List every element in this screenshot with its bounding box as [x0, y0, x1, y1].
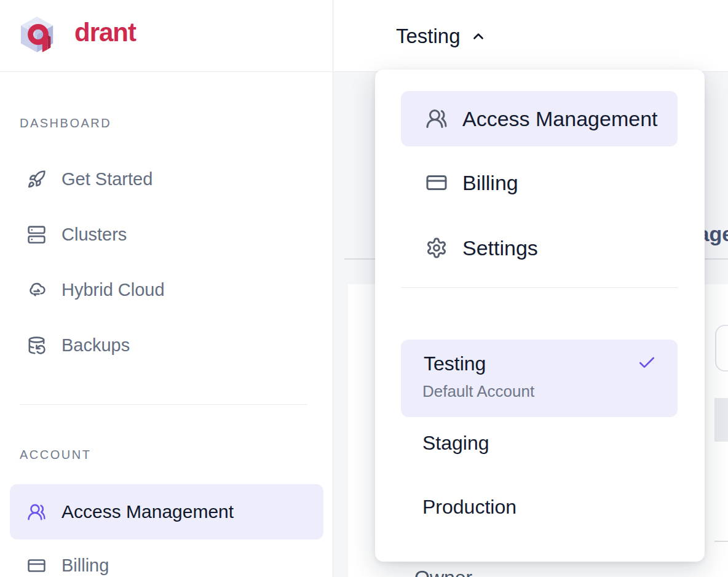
rocket-icon [27, 170, 46, 189]
users-icon [27, 503, 46, 522]
account-menu: Access Management Billing Settings My Ac… [375, 70, 705, 562]
account-switcher-label: Testing [396, 25, 461, 48]
qdrant-logo[interactable]: drant [20, 16, 136, 54]
check-icon [637, 353, 657, 373]
credit-card-icon [27, 556, 46, 575]
sidebar-item-backups[interactable]: Backups [10, 328, 323, 362]
account-option-production[interactable]: Production [401, 487, 678, 527]
users-icon [425, 108, 448, 130]
sidebar-section-dashboard-label: DASHBOARD [20, 116, 111, 130]
gear-icon [425, 237, 448, 259]
account-name: Staging [422, 432, 489, 455]
sidebar-item-label: Get Started [61, 169, 152, 189]
account-description: Default Account [422, 382, 534, 401]
sidebar-item-access-management[interactable]: Access Management [10, 484, 323, 539]
cloud-sync-icon [27, 281, 46, 300]
chevron-up-icon [470, 28, 486, 44]
menu-item-access-management[interactable]: Access Management [401, 91, 678, 146]
page-title: Access Management [705, 220, 728, 247]
sidebar-item-label: Clusters [61, 225, 127, 245]
sidebar-item-label: Hybrid Cloud [61, 280, 165, 300]
sidebar-item-hybrid-cloud[interactable]: Hybrid Cloud [10, 273, 323, 307]
sidebar-item-clusters[interactable]: Clusters [10, 217, 323, 252]
sidebar: drant DASHBOARD Get Started Clusters [0, 0, 333, 577]
sidebar-section-account-label: ACCOUNT [20, 447, 91, 462]
menu-divider [401, 287, 678, 288]
menu-item-label: Access Management [462, 107, 658, 131]
sidebar-item-label: Billing [61, 555, 109, 576]
menu-item-billing[interactable]: Billing [401, 155, 678, 210]
sidebar-divider [20, 404, 307, 405]
sidebar-item-get-started[interactable]: Get Started [10, 162, 323, 196]
page-title-clip: Access Management [705, 220, 728, 249]
sidebar-item-label: Access Management [61, 501, 234, 522]
account-switcher-button[interactable]: Testing [396, 0, 486, 72]
sidebar-item-label: Backups [61, 335, 130, 356]
sidebar-item-billing[interactable]: Billing [10, 548, 323, 577]
sidebar-header: drant [0, 0, 333, 72]
account-option-testing[interactable]: Testing Default Account [401, 340, 678, 417]
menu-item-settings[interactable]: Settings [401, 220, 678, 276]
account-name: Production [422, 496, 516, 519]
top-header: Testing [334, 0, 728, 72]
database-backup-icon [27, 336, 46, 355]
search-input[interactable] [715, 325, 728, 372]
app-window: drant DASHBOARD Get Started Clusters [0, 0, 728, 577]
server-icon [27, 225, 46, 244]
credit-card-icon [425, 172, 448, 194]
account-option-staging[interactable]: Staging [401, 423, 678, 463]
table-row-divider [714, 541, 728, 542]
menu-item-label: Settings [462, 236, 538, 260]
qdrant-wordmark: drant [74, 14, 136, 51]
table-header-row [714, 398, 728, 442]
table-cell-owner: Owner [414, 567, 472, 577]
qdrant-cube-icon [20, 16, 58, 54]
account-name: Testing [424, 352, 486, 375]
menu-item-label: Billing [462, 171, 518, 195]
